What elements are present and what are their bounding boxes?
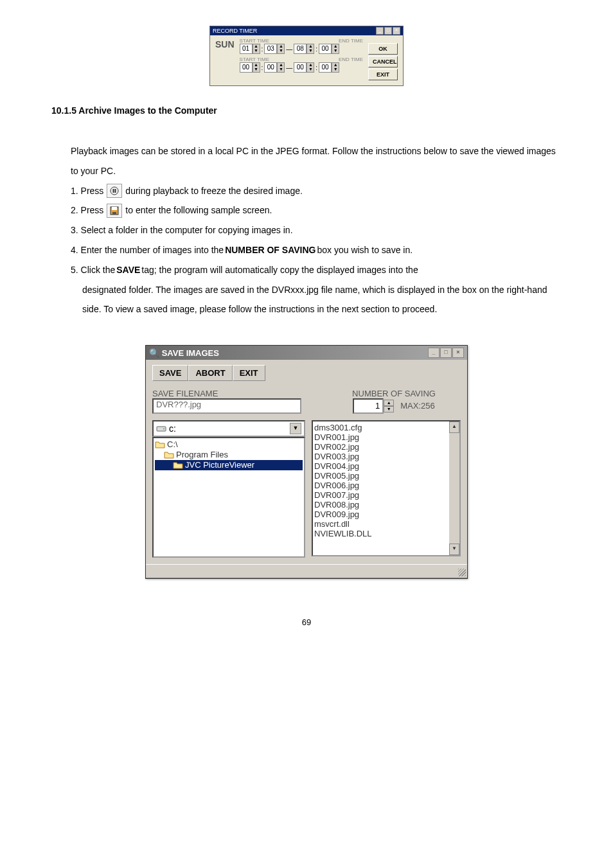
start-min[interactable]: 00 (264, 62, 277, 73)
close-icon[interactable]: × (452, 348, 464, 358)
maximize-icon[interactable]: □ (384, 27, 392, 35)
step4-text-a: 4. Enter the number of images into the (71, 240, 224, 260)
start-min[interactable]: 03 (264, 44, 277, 54)
scroll-down-icon[interactable]: ▼ (449, 544, 459, 555)
step2-text-b: to enter the following sample screen. (125, 200, 272, 220)
step5-bold: SAVE (116, 260, 140, 280)
page-number: 69 (51, 617, 562, 627)
file-item[interactable]: msvcrt.dll (314, 519, 458, 529)
record-timer-title: RECORD TIMER (213, 28, 257, 34)
start-hour[interactable]: 00 (240, 62, 253, 73)
pause-icon[interactable] (107, 184, 122, 198)
spinner-icon[interactable]: ▲▼ (306, 62, 314, 73)
number-input[interactable]: 1 (353, 398, 384, 414)
file-item[interactable]: DVR007.jpg (314, 490, 458, 500)
exit-tab[interactable]: EXIT (233, 365, 265, 381)
svg-point-0 (111, 187, 118, 195)
step5-text-d: designated folder. The images are saved … (71, 280, 562, 320)
cancel-button[interactable]: CANCEL (368, 56, 398, 67)
file-item[interactable]: DVR003.jpg (314, 452, 458, 461)
save-tab[interactable]: SAVE (152, 365, 188, 381)
spinner-icon[interactable]: ▲▼ (332, 44, 339, 54)
svg-rect-1 (113, 189, 114, 193)
file-item[interactable]: dms3001.cfg (314, 423, 458, 432)
exit-button[interactable]: EXIT (368, 69, 398, 80)
svg-rect-4 (112, 207, 117, 210)
file-item[interactable]: DVR006.jpg (314, 481, 458, 490)
file-item[interactable]: DVR002.jpg (314, 442, 458, 452)
spinner-icon[interactable]: ▲▼ (384, 400, 394, 412)
step2-text-a: 2. Press (71, 200, 103, 220)
record-timer-dialog: RECORD TIMER _ □ × SUN START TIME END TI… (209, 26, 404, 86)
folder-tree[interactable]: C:\ Program Files JVC PictureViewer (152, 437, 305, 558)
step1-text-a: 1. Press (71, 181, 103, 201)
record-timer-titlebar: RECORD TIMER _ □ × (210, 26, 403, 35)
intro-text: Playback images can be stored in a local… (71, 141, 562, 181)
minimize-icon[interactable]: _ (428, 348, 440, 358)
drive-icon (156, 425, 166, 432)
drive-value: c: (169, 423, 176, 434)
scroll-up-icon[interactable]: ▲ (449, 421, 459, 433)
start-time-label: START TIME (240, 57, 270, 62)
end-hour[interactable]: 00 (294, 62, 306, 73)
spinner-icon[interactable]: ▲▼ (277, 44, 285, 54)
tree-item[interactable]: C:\ (167, 439, 178, 449)
spinner-icon[interactable]: ▲▼ (306, 44, 314, 54)
end-time-label: END TIME (339, 57, 363, 62)
end-hour[interactable]: 08 (294, 44, 306, 54)
end-min[interactable]: 00 (319, 62, 332, 73)
number-saving-label: NUMBER OF SAVING (327, 389, 461, 398)
file-item[interactable]: DVR004.jpg (314, 461, 458, 471)
folder-open-icon (173, 461, 183, 469)
spinner-icon[interactable]: ▲▼ (253, 62, 260, 73)
ok-button[interactable]: OK (368, 43, 398, 55)
step3-text: 3. Select a folder in the computer for c… (71, 220, 562, 240)
step4-text-c: box you wish to save in. (317, 240, 413, 260)
svg-rect-7 (163, 429, 164, 429)
end-time-label: END TIME (339, 38, 363, 44)
file-item[interactable]: DVR001.jpg (314, 432, 458, 442)
file-item[interactable]: NVIEWLIB.DLL (314, 529, 458, 538)
spinner-icon[interactable]: ▲▼ (277, 62, 285, 73)
tree-item[interactable]: JVC PictureViewer (185, 460, 254, 470)
folder-open-icon (164, 450, 174, 459)
file-item[interactable]: DVR008.jpg (314, 500, 458, 509)
start-hour[interactable]: 01 (240, 44, 253, 54)
folder-open-icon (155, 440, 165, 448)
save-dialog-titlebar: 🔍 SAVE IMAGES _ □ × (146, 346, 467, 360)
svg-rect-5 (112, 212, 116, 215)
step5-text-c: tag; the program will automatically copy… (141, 260, 418, 280)
step4-bold: NUMBER OF SAVING (225, 240, 315, 260)
step5-text-a: 5. Click the (71, 260, 115, 280)
save-images-dialog: 🔍 SAVE IMAGES _ □ × SAVE ABORT EXIT SAVE… (145, 345, 468, 579)
filename-input[interactable]: DVR???.jpg (152, 398, 301, 414)
drive-select[interactable]: c: ▼ (152, 420, 305, 437)
section-heading: 10.1.5 Archive Images to the Computer (51, 105, 562, 116)
file-item[interactable]: DVR009.jpg (314, 509, 458, 519)
tree-item[interactable]: Program Files (176, 450, 228, 459)
maximize-icon[interactable]: □ (440, 348, 452, 358)
scrollbar[interactable]: ▲▼ (449, 421, 459, 555)
status-bar (146, 564, 467, 578)
spinner-icon[interactable]: ▲▼ (253, 44, 260, 54)
minimize-icon[interactable]: _ (376, 27, 384, 35)
abort-tab[interactable]: ABORT (188, 365, 232, 381)
save-disk-icon[interactable] (107, 204, 122, 218)
max-label: MAX:256 (400, 401, 434, 411)
file-item[interactable]: DVR005.jpg (314, 471, 458, 481)
day-label: SUN (215, 38, 235, 80)
filename-label: SAVE FILENAME (152, 389, 301, 398)
start-time-label: START TIME (240, 38, 270, 44)
step1-text-b: during playback to freeze the desired im… (125, 181, 303, 201)
spinner-icon[interactable]: ▲▼ (332, 62, 339, 73)
file-list[interactable]: dms3001.cfg DVR001.jpg DVR002.jpg DVR003… (312, 420, 461, 556)
chevron-down-icon[interactable]: ▼ (290, 423, 301, 434)
close-icon[interactable]: × (393, 27, 400, 35)
svg-rect-2 (115, 189, 116, 193)
end-min[interactable]: 00 (319, 44, 332, 54)
save-dialog-title: SAVE IMAGES (162, 348, 219, 358)
